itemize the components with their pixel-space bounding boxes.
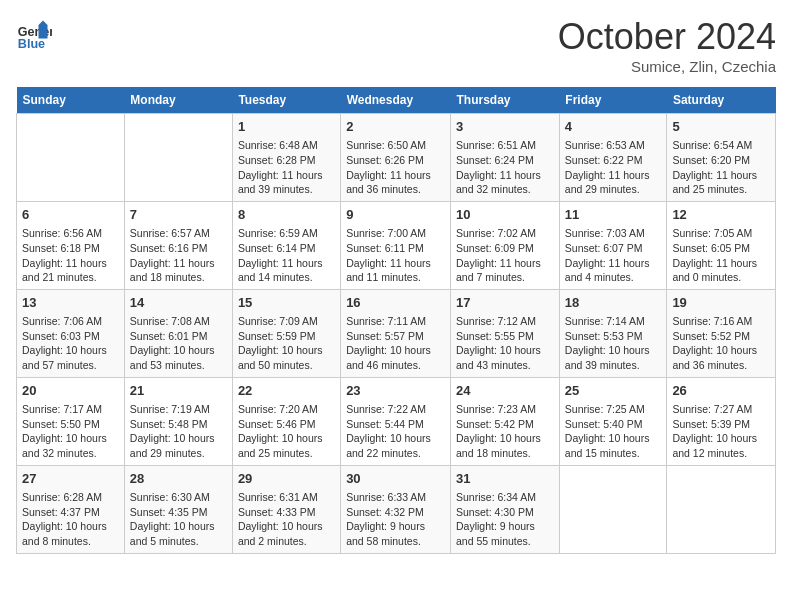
calendar-cell: 31Sunrise: 6:34 AM Sunset: 4:30 PM Dayli… — [451, 465, 560, 553]
day-info: Sunrise: 6:53 AM Sunset: 6:22 PM Dayligh… — [565, 138, 662, 197]
day-number: 25 — [565, 382, 662, 400]
day-info: Sunrise: 6:51 AM Sunset: 6:24 PM Dayligh… — [456, 138, 554, 197]
calendar-cell: 2Sunrise: 6:50 AM Sunset: 6:26 PM Daylig… — [341, 114, 451, 202]
calendar-table: SundayMondayTuesdayWednesdayThursdayFrid… — [16, 87, 776, 554]
logo-icon: General Blue — [16, 16, 52, 52]
col-header-wednesday: Wednesday — [341, 87, 451, 114]
day-number: 14 — [130, 294, 227, 312]
day-info: Sunrise: 6:48 AM Sunset: 6:28 PM Dayligh… — [238, 138, 335, 197]
header-row: SundayMondayTuesdayWednesdayThursdayFrid… — [17, 87, 776, 114]
col-header-friday: Friday — [559, 87, 667, 114]
day-number: 6 — [22, 206, 119, 224]
day-info: Sunrise: 7:20 AM Sunset: 5:46 PM Dayligh… — [238, 402, 335, 461]
day-number: 17 — [456, 294, 554, 312]
day-number: 24 — [456, 382, 554, 400]
day-info: Sunrise: 7:03 AM Sunset: 6:07 PM Dayligh… — [565, 226, 662, 285]
week-row-3: 13Sunrise: 7:06 AM Sunset: 6:03 PM Dayli… — [17, 289, 776, 377]
calendar-cell: 4Sunrise: 6:53 AM Sunset: 6:22 PM Daylig… — [559, 114, 667, 202]
col-header-saturday: Saturday — [667, 87, 776, 114]
day-number: 15 — [238, 294, 335, 312]
calendar-cell: 27Sunrise: 6:28 AM Sunset: 4:37 PM Dayli… — [17, 465, 125, 553]
day-number: 12 — [672, 206, 770, 224]
calendar-cell — [559, 465, 667, 553]
day-number: 22 — [238, 382, 335, 400]
day-info: Sunrise: 6:28 AM Sunset: 4:37 PM Dayligh… — [22, 490, 119, 549]
day-info: Sunrise: 7:11 AM Sunset: 5:57 PM Dayligh… — [346, 314, 445, 373]
day-info: Sunrise: 7:23 AM Sunset: 5:42 PM Dayligh… — [456, 402, 554, 461]
day-number: 16 — [346, 294, 445, 312]
calendar-cell: 19Sunrise: 7:16 AM Sunset: 5:52 PM Dayli… — [667, 289, 776, 377]
week-row-4: 20Sunrise: 7:17 AM Sunset: 5:50 PM Dayli… — [17, 377, 776, 465]
calendar-cell: 6Sunrise: 6:56 AM Sunset: 6:18 PM Daylig… — [17, 201, 125, 289]
calendar-cell: 11Sunrise: 7:03 AM Sunset: 6:07 PM Dayli… — [559, 201, 667, 289]
calendar-cell: 21Sunrise: 7:19 AM Sunset: 5:48 PM Dayli… — [124, 377, 232, 465]
week-row-2: 6Sunrise: 6:56 AM Sunset: 6:18 PM Daylig… — [17, 201, 776, 289]
day-number: 18 — [565, 294, 662, 312]
day-number: 30 — [346, 470, 445, 488]
calendar-cell: 17Sunrise: 7:12 AM Sunset: 5:55 PM Dayli… — [451, 289, 560, 377]
calendar-cell: 26Sunrise: 7:27 AM Sunset: 5:39 PM Dayli… — [667, 377, 776, 465]
day-number: 31 — [456, 470, 554, 488]
location: Sumice, Zlin, Czechia — [558, 58, 776, 75]
col-header-tuesday: Tuesday — [232, 87, 340, 114]
day-number: 13 — [22, 294, 119, 312]
day-number: 10 — [456, 206, 554, 224]
day-info: Sunrise: 7:25 AM Sunset: 5:40 PM Dayligh… — [565, 402, 662, 461]
day-number: 19 — [672, 294, 770, 312]
calendar-cell: 22Sunrise: 7:20 AM Sunset: 5:46 PM Dayli… — [232, 377, 340, 465]
calendar-cell: 9Sunrise: 7:00 AM Sunset: 6:11 PM Daylig… — [341, 201, 451, 289]
day-info: Sunrise: 7:09 AM Sunset: 5:59 PM Dayligh… — [238, 314, 335, 373]
day-info: Sunrise: 7:05 AM Sunset: 6:05 PM Dayligh… — [672, 226, 770, 285]
day-info: Sunrise: 7:00 AM Sunset: 6:11 PM Dayligh… — [346, 226, 445, 285]
calendar-cell: 16Sunrise: 7:11 AM Sunset: 5:57 PM Dayli… — [341, 289, 451, 377]
day-info: Sunrise: 7:17 AM Sunset: 5:50 PM Dayligh… — [22, 402, 119, 461]
calendar-cell: 23Sunrise: 7:22 AM Sunset: 5:44 PM Dayli… — [341, 377, 451, 465]
calendar-cell: 24Sunrise: 7:23 AM Sunset: 5:42 PM Dayli… — [451, 377, 560, 465]
day-number: 20 — [22, 382, 119, 400]
day-number: 21 — [130, 382, 227, 400]
week-row-5: 27Sunrise: 6:28 AM Sunset: 4:37 PM Dayli… — [17, 465, 776, 553]
day-number: 2 — [346, 118, 445, 136]
col-header-monday: Monday — [124, 87, 232, 114]
day-info: Sunrise: 6:57 AM Sunset: 6:16 PM Dayligh… — [130, 226, 227, 285]
calendar-cell: 10Sunrise: 7:02 AM Sunset: 6:09 PM Dayli… — [451, 201, 560, 289]
day-number: 9 — [346, 206, 445, 224]
calendar-cell: 14Sunrise: 7:08 AM Sunset: 6:01 PM Dayli… — [124, 289, 232, 377]
calendar-cell: 7Sunrise: 6:57 AM Sunset: 6:16 PM Daylig… — [124, 201, 232, 289]
title-block: October 2024 Sumice, Zlin, Czechia — [558, 16, 776, 75]
calendar-cell: 25Sunrise: 7:25 AM Sunset: 5:40 PM Dayli… — [559, 377, 667, 465]
calendar-cell — [667, 465, 776, 553]
col-header-thursday: Thursday — [451, 87, 560, 114]
day-info: Sunrise: 6:54 AM Sunset: 6:20 PM Dayligh… — [672, 138, 770, 197]
day-info: Sunrise: 6:50 AM Sunset: 6:26 PM Dayligh… — [346, 138, 445, 197]
day-info: Sunrise: 6:33 AM Sunset: 4:32 PM Dayligh… — [346, 490, 445, 549]
day-info: Sunrise: 7:14 AM Sunset: 5:53 PM Dayligh… — [565, 314, 662, 373]
calendar-cell: 29Sunrise: 6:31 AM Sunset: 4:33 PM Dayli… — [232, 465, 340, 553]
calendar-cell: 3Sunrise: 6:51 AM Sunset: 6:24 PM Daylig… — [451, 114, 560, 202]
calendar-cell: 8Sunrise: 6:59 AM Sunset: 6:14 PM Daylig… — [232, 201, 340, 289]
day-info: Sunrise: 7:22 AM Sunset: 5:44 PM Dayligh… — [346, 402, 445, 461]
calendar-cell: 13Sunrise: 7:06 AM Sunset: 6:03 PM Dayli… — [17, 289, 125, 377]
day-info: Sunrise: 7:27 AM Sunset: 5:39 PM Dayligh… — [672, 402, 770, 461]
calendar-cell: 28Sunrise: 6:30 AM Sunset: 4:35 PM Dayli… — [124, 465, 232, 553]
day-info: Sunrise: 6:56 AM Sunset: 6:18 PM Dayligh… — [22, 226, 119, 285]
calendar-cell: 15Sunrise: 7:09 AM Sunset: 5:59 PM Dayli… — [232, 289, 340, 377]
day-number: 11 — [565, 206, 662, 224]
day-number: 7 — [130, 206, 227, 224]
day-number: 8 — [238, 206, 335, 224]
calendar-cell — [124, 114, 232, 202]
week-row-1: 1Sunrise: 6:48 AM Sunset: 6:28 PM Daylig… — [17, 114, 776, 202]
day-info: Sunrise: 6:31 AM Sunset: 4:33 PM Dayligh… — [238, 490, 335, 549]
day-number: 23 — [346, 382, 445, 400]
month-title: October 2024 — [558, 16, 776, 58]
day-info: Sunrise: 7:19 AM Sunset: 5:48 PM Dayligh… — [130, 402, 227, 461]
day-number: 29 — [238, 470, 335, 488]
calendar-cell: 5Sunrise: 6:54 AM Sunset: 6:20 PM Daylig… — [667, 114, 776, 202]
calendar-cell: 18Sunrise: 7:14 AM Sunset: 5:53 PM Dayli… — [559, 289, 667, 377]
calendar-cell: 30Sunrise: 6:33 AM Sunset: 4:32 PM Dayli… — [341, 465, 451, 553]
day-info: Sunrise: 6:30 AM Sunset: 4:35 PM Dayligh… — [130, 490, 227, 549]
day-info: Sunrise: 7:02 AM Sunset: 6:09 PM Dayligh… — [456, 226, 554, 285]
day-number: 26 — [672, 382, 770, 400]
day-number: 28 — [130, 470, 227, 488]
day-info: Sunrise: 7:16 AM Sunset: 5:52 PM Dayligh… — [672, 314, 770, 373]
